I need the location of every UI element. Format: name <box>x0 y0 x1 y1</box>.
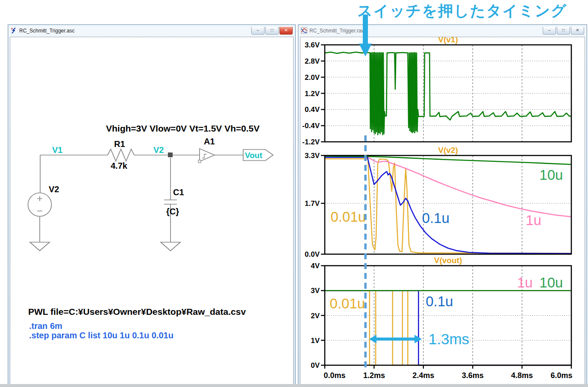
switch-press-arrow-icon <box>359 15 372 57</box>
waveform-window-title: RC_Schmitt_Trigger.raw <box>309 28 543 34</box>
plot-title: V(vout) <box>434 256 462 265</box>
y-tick-label: 3V <box>311 287 320 295</box>
series-value-label: 10u <box>539 167 563 183</box>
schmitt-params-note: Vhigh=3V Vlow=0V Vt=1.5V Vh=0.5V <box>106 123 260 133</box>
trace-C=0.01u <box>325 159 571 253</box>
series-value-label: 0.1u <box>422 210 450 226</box>
x-tick-label: 3.6ms <box>462 371 484 380</box>
y-tick-label: 0.4V <box>305 106 320 114</box>
y-tick-label: 2.8V <box>305 57 320 65</box>
net-label-v1: V1 <box>52 145 62 155</box>
y-tick-label: -0.4V <box>302 122 320 130</box>
maximize-button[interactable]: □ <box>557 27 570 35</box>
close-button[interactable]: ✕ <box>571 27 584 35</box>
y-tick-label: 1V <box>311 337 320 345</box>
y-tick-label: 1.2V <box>305 90 320 98</box>
span-arrow-left-head <box>369 335 376 343</box>
y-tick-label: 3.3V <box>305 152 320 160</box>
minimize-button[interactable]: – <box>251 27 265 35</box>
capacitor-ref: C1 <box>173 188 184 197</box>
plot-title: V(v1) <box>438 37 458 44</box>
waveform-window-titlebar[interactable]: RC_Schmitt_Trigger.raw – □ ✕ <box>298 25 587 36</box>
resistor-value: 4.7k <box>111 161 128 170</box>
waveform-plots: 3.6V2.8V2.0V1.2V0.4V-0.4V-1.2VV(v1)3.3V1… <box>300 37 585 384</box>
waveform-canvas[interactable]: 3.6V2.8V2.0V1.2V0.4V-0.4V-1.2VV(v1)3.3V1… <box>300 37 585 384</box>
series-value-label: 1u <box>526 212 541 228</box>
series-value-label: 0.01u <box>331 209 366 225</box>
schematic-window-title: RC_Schmitt_Trigger.asc <box>19 28 251 34</box>
tran-directive: .tran 6m <box>29 321 62 331</box>
x-tick-label: 0.0ms <box>323 371 345 380</box>
span-arrow-label: 1.3ms <box>429 331 469 347</box>
resistor-ref: R1 <box>114 139 125 149</box>
x-tick-label: 2.4ms <box>412 371 434 380</box>
schematic-canvas[interactable]: Vhigh=3V Vlow=0V Vt=1.5V Vh=0.5V V1 R1 4… <box>10 37 294 384</box>
schmitt-ref: A1 <box>204 137 215 146</box>
x-tick-label: 6.0ms <box>550 371 572 380</box>
trace-C=0.1u <box>325 157 571 253</box>
schematic-window: RC_Schmitt_Trigger.asc – □ ✕ <box>8 24 296 387</box>
y-tick-label: 1.7V <box>305 199 320 208</box>
series-value-label: 1u <box>517 275 533 290</box>
x-tick-label: 4.8ms <box>511 371 533 380</box>
output-flag-label: Vout <box>245 151 262 160</box>
pwl-source-note: PWL file=C:¥Users¥Owner¥Desktop¥Raw_data… <box>28 307 246 317</box>
ground-symbol <box>30 242 50 251</box>
x-tick-label: 1.2ms <box>363 371 385 380</box>
desktop: スイッチを押したタイミング RC_Schmitt_Trigger.asc – □… <box>0 0 588 387</box>
y-tick-label: 2V <box>311 312 320 320</box>
series-value-label: 0.1u <box>426 293 453 309</box>
desktop-footer-strip <box>0 384 588 387</box>
capacitor-value: {C} <box>166 207 179 216</box>
net-label-v2: V2 <box>153 145 164 155</box>
annotation-heading: スイッチを押したタイミング <box>357 1 567 21</box>
ground-symbol <box>161 242 180 251</box>
plot-title: V(v2) <box>438 146 458 155</box>
trace-C=1u <box>325 157 571 217</box>
y-tick-label: 0V <box>311 361 320 369</box>
waveform-window: RC_Schmitt_Trigger.raw – □ ✕ 3.6V2.8V2.0… <box>298 24 587 387</box>
plot-frame <box>325 155 571 254</box>
maximize-button[interactable]: □ <box>265 27 279 35</box>
ltspice-schematic-icon <box>11 27 17 34</box>
source-ref: V2 <box>49 185 59 194</box>
schematic-window-titlebar[interactable]: RC_Schmitt_Trigger.asc – □ ✕ <box>8 25 295 36</box>
wire-junction-dot <box>168 152 173 157</box>
schematic-wires <box>28 149 273 251</box>
y-tick-label: 0.0V <box>305 250 320 258</box>
schmitt-port-square <box>198 160 201 163</box>
close-button[interactable]: ✕ <box>279 27 293 35</box>
ltspice-waveform-icon <box>301 27 307 34</box>
schmitt-buffer-symbol[interactable] <box>200 149 215 161</box>
capacitor-symbol[interactable] <box>164 158 177 242</box>
step-directive: .step param C list 10u 1u 0.1u 0.01u <box>29 331 173 340</box>
y-tick-label: 3.6V <box>305 41 320 49</box>
series-value-label: 10u <box>539 275 563 290</box>
y-tick-label: 2.0V <box>305 73 320 82</box>
minimize-button[interactable]: – <box>543 27 556 35</box>
series-value-label: 0.01u <box>330 296 365 311</box>
y-tick-label: -1.2V <box>302 138 320 146</box>
schematic-drawing: Vhigh=3V Vlow=0V Vt=1.5V Vh=0.5V V1 R1 4… <box>10 37 293 384</box>
y-tick-label: 4V <box>311 262 320 270</box>
